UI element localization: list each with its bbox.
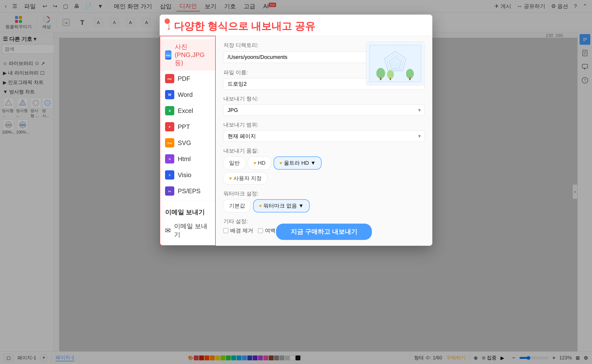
export-format-select[interactable]: JPG PNG WebP xyxy=(223,104,425,116)
visio-icon: V xyxy=(165,170,174,180)
custom-quality-btn[interactable]: ♥ 사용자 지정 xyxy=(223,172,267,185)
dialog-close-btn[interactable] xyxy=(165,18,170,24)
html-icon: H xyxy=(165,154,174,164)
buy-export-btn[interactable]: 지금 구매하고 내보내기 xyxy=(276,224,372,240)
watermark-buttons: 기본값 ♥ 워터마크 없음 ▼ xyxy=(223,199,425,212)
email-icon: ✉ xyxy=(165,227,171,235)
excel-icon: X xyxy=(165,106,174,115)
watermark-crown-icon: ♥ xyxy=(259,203,262,209)
svg-rect-69 xyxy=(390,78,391,80)
dialog-overlay: ↓ 다양한 형식으로 내보내고 공유 PNG 사진(PNG,JPG 등) xyxy=(0,0,592,364)
format-pdf[interactable]: PDF PDF xyxy=(160,71,215,87)
svg-text:PS: PS xyxy=(168,190,171,193)
email-section-label: 이메일 보내기 xyxy=(160,203,215,218)
ppt-label: PPT xyxy=(178,123,190,131)
quality-hd-btn[interactable]: ♥ HD xyxy=(248,156,271,170)
format-visio[interactable]: V Visio xyxy=(160,167,215,183)
svg-point-68 xyxy=(387,70,394,79)
quality-group: 내보내기 품질: 일반 ♥ HD ♥ 울트라 HD ▼ xyxy=(223,147,425,185)
export-range-group: 내보내기 범위: 현재 페이지 전체 페이지 ▼ xyxy=(223,121,425,142)
svg-text:X: X xyxy=(169,109,171,113)
svg-text:V: V xyxy=(169,174,171,177)
email-item[interactable]: ✉ 이메일 보내기 xyxy=(160,218,215,242)
word-icon: W xyxy=(165,90,174,99)
png-icon: PNG xyxy=(165,50,171,60)
export-dialog: ↓ 다양한 형식으로 내보내고 공유 PNG 사진(PNG,JPG 등) xyxy=(160,15,432,246)
ultrahd-arrow: ▼ xyxy=(310,160,316,166)
excel-label: Excel xyxy=(178,107,193,115)
watermark-label: 워터마크 설정: xyxy=(223,190,425,197)
svg-text:SVG: SVG xyxy=(167,142,172,145)
word-label: Word xyxy=(178,91,193,99)
section-divider xyxy=(160,201,215,201)
export-format-label: 내보내기 형식: xyxy=(223,95,425,102)
format-ps[interactable]: PS PS/EPS xyxy=(160,183,215,199)
quality-label: 내보내기 품질: xyxy=(223,147,425,155)
ps-label: PS/EPS xyxy=(178,187,201,195)
export-range-select[interactable]: 현재 페이지 전체 페이지 xyxy=(223,130,425,142)
hd-crown-icon: ♥ xyxy=(253,160,256,166)
format-excel[interactable]: X Excel xyxy=(160,103,215,119)
pdf-icon: PDF xyxy=(165,74,174,83)
visio-label: Visio xyxy=(178,171,191,179)
svg-point-70 xyxy=(406,69,414,79)
ultrahd-crown-icon: ♥ xyxy=(279,160,282,166)
watermark-default-btn[interactable]: 기본값 xyxy=(223,199,251,212)
bg-remove-label[interactable]: 배경 제거 xyxy=(223,227,253,234)
pdf-label: PDF xyxy=(178,75,190,82)
dialog-title: 다양한 형식으로 내보내고 공유 xyxy=(174,19,315,33)
svg-text:PNG: PNG xyxy=(166,54,171,57)
svg-label: SVG xyxy=(178,139,191,147)
custom-quality-wrapper: ♥ 사용자 지정 xyxy=(223,172,425,185)
svg-icon: SVG xyxy=(165,138,174,147)
watermark-arrow: ▼ xyxy=(298,203,304,209)
svg-rect-67 xyxy=(380,78,381,80)
dialog-right-panel: 저장 디렉토리: 찾기 파일 이름: 내보내기 형식: xyxy=(216,36,432,246)
svg-point-66 xyxy=(376,68,385,79)
export-format-wrapper: JPG PNG WebP ▼ xyxy=(223,104,425,116)
export-range-wrapper: 현재 페이지 전체 페이지 ▼ xyxy=(223,130,425,142)
dialog-body: PNG 사진(PNG,JPG 등) PDF PDF xyxy=(160,36,432,246)
ps-icon: PS xyxy=(165,186,174,196)
format-ppt[interactable]: P PPT xyxy=(160,119,215,135)
format-html[interactable]: H Html xyxy=(160,151,215,167)
format-svg[interactable]: SVG SVG xyxy=(160,135,215,151)
svg-text:P: P xyxy=(169,126,170,128)
svg-text:PDF: PDF xyxy=(167,78,172,80)
svg-text:W: W xyxy=(168,93,171,97)
email-label: 이메일 보내기 xyxy=(174,222,210,239)
watermark-none-btn[interactable]: ♥ 워터마크 없음 ▼ xyxy=(253,199,310,212)
preview-box xyxy=(366,42,425,85)
export-range-label: 내보내기 범위: xyxy=(223,121,425,128)
margin-remove-checkbox[interactable] xyxy=(258,228,263,233)
watermark-group: 워터마크 설정: 기본값 ♥ 워터마크 없음 ▼ xyxy=(223,190,425,212)
preview-svg xyxy=(369,44,422,83)
ppt-icon: P xyxy=(165,122,174,131)
png-label: 사진(PNG,JPG 등) xyxy=(175,43,210,67)
html-label: Html xyxy=(178,155,191,163)
dialog-left-panel: PNG 사진(PNG,JPG 등) PDF PDF xyxy=(160,36,216,246)
export-format-group: 내보내기 형식: JPG PNG WebP ▼ xyxy=(223,95,425,116)
format-word[interactable]: W Word xyxy=(160,87,215,103)
quality-ultrahd-btn[interactable]: ♥ 울트라 HD ▼ xyxy=(274,156,322,170)
format-png[interactable]: PNG 사진(PNG,JPG 등) xyxy=(160,39,215,71)
svg-rect-71 xyxy=(409,78,411,80)
custom-crown-icon: ♥ xyxy=(229,176,232,181)
bg-remove-checkbox[interactable] xyxy=(223,228,228,233)
dialog-header: ↓ 다양한 형식으로 내보내고 공유 xyxy=(160,15,432,36)
svg-text:H: H xyxy=(169,158,170,161)
quality-buttons: 일반 ♥ HD ♥ 울트라 HD ▼ xyxy=(223,156,425,170)
quality-normal-btn[interactable]: 일반 xyxy=(223,156,245,170)
